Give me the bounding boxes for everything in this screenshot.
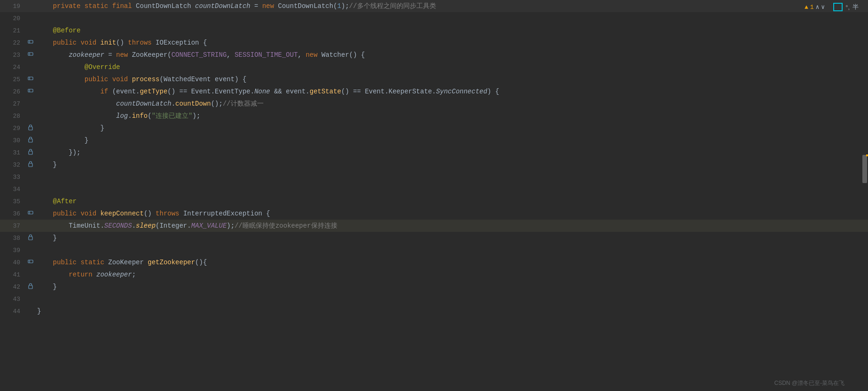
ime-label1: °,	[845, 4, 850, 11]
code-line: 42 }	[0, 281, 868, 293]
line-content	[35, 12, 868, 24]
token-plain	[37, 210, 53, 217]
svg-rect-0	[28, 40, 33, 43]
code-area[interactable]: 19 private static final CountDownLatch c…	[0, 0, 868, 391]
token-ann: @Override	[85, 63, 120, 71]
svg-rect-11	[29, 163, 32, 167]
token-ann: @After	[53, 198, 77, 205]
token-string: "连接已建立"	[152, 112, 193, 120]
token-kw: public	[53, 210, 77, 217]
svg-rect-12	[28, 211, 33, 214]
token-plain	[37, 39, 53, 46]
token-plain: }	[37, 124, 104, 132]
code-line: 39	[0, 244, 868, 256]
svg-rect-2	[28, 53, 33, 55]
warning-badge[interactable]: ▲ 1 ∧ ∨	[805, 3, 825, 11]
token-plain: }	[37, 234, 57, 242]
line-gutter	[26, 87, 35, 96]
token-plain	[128, 76, 132, 83]
token-plain	[37, 100, 116, 107]
token-plain	[37, 2, 53, 10]
line-number: 36	[0, 210, 26, 217]
token-plain: ZooKeeper(	[128, 51, 171, 59]
code-line: 38 }	[0, 232, 868, 244]
token-kw: public	[85, 76, 108, 83]
token-plain: }	[37, 283, 57, 291]
code-line: 23 zookeeper = new ZooKeeper(CONNECT_STR…	[0, 49, 868, 61]
line-content: public void init() throws IOException {	[35, 37, 868, 49]
token-plain: (	[108, 88, 116, 95]
token-plain: (){	[195, 259, 207, 266]
lock-gutter-icon	[28, 234, 33, 242]
token-ann: @Before	[53, 27, 81, 34]
line-content	[35, 171, 868, 183]
token-comment: //计数器减一	[223, 100, 264, 107]
token-plain: () == Event.EventType.	[167, 88, 254, 95]
token-plain: }	[37, 137, 88, 144]
svg-rect-17	[29, 285, 32, 289]
token-plain	[93, 271, 96, 278]
chevron-up-icon[interactable]: ∧	[816, 3, 820, 11]
token-plain: ;	[132, 271, 136, 278]
line-content: public static ZooKeeper getZookeeper(){	[35, 256, 868, 268]
token-comment: //睡眠保持使zookeeper保持连接	[235, 222, 337, 230]
line-content: return zookeeper;	[35, 268, 868, 281]
lock-gutter-icon	[28, 124, 33, 132]
line-gutter	[26, 161, 35, 169]
line-content: zookeeper = new ZooKeeper(CONNECT_STRING…	[35, 49, 868, 61]
line-number: 44	[0, 308, 26, 315]
token-plain: ()	[116, 39, 128, 46]
line-number: 42	[0, 284, 26, 291]
line-number: 35	[0, 198, 26, 205]
svg-rect-15	[28, 260, 33, 263]
token-num: 1	[337, 2, 341, 10]
token-plain: }	[37, 307, 41, 315]
token-var: countDownLatch	[116, 100, 172, 107]
code-line: 36 public void keepConnect() throws Inte…	[0, 207, 868, 220]
lock-gutter-icon	[28, 136, 33, 145]
method-gutter-icon	[27, 51, 34, 59]
scroll-indicator[interactable]	[862, 155, 867, 183]
code-lines: 19 private static final CountDownLatch c…	[0, 0, 868, 391]
line-content	[35, 293, 868, 305]
chevron-down-icon[interactable]: ∨	[821, 3, 825, 11]
line-gutter	[26, 124, 35, 132]
token-kw: public	[53, 259, 77, 266]
token-plain: }	[37, 161, 57, 169]
token-method: getState	[310, 88, 341, 95]
token-kw: public	[53, 39, 77, 46]
token-var: zookeeper	[69, 51, 104, 59]
method-gutter-icon	[27, 38, 34, 47]
line-gutter	[26, 258, 35, 267]
line-content: }	[35, 281, 868, 293]
code-line: 33	[0, 171, 868, 183]
token-plain: ) {	[487, 88, 499, 95]
line-content: }	[35, 122, 868, 134]
code-line: 21 @Before	[0, 24, 868, 37]
line-content: private static final CountDownLatch coun…	[35, 0, 868, 12]
line-gutter	[26, 148, 35, 157]
token-param: event	[286, 88, 305, 95]
token-field: SESSION_TIME_OUT	[235, 51, 297, 59]
line-content: public void keepConnect() throws Interru…	[35, 207, 868, 220]
line-content: @Before	[35, 24, 868, 37]
ime-label2: 半	[852, 3, 859, 11]
token-method: process	[132, 76, 160, 83]
token-plain: (Integer.	[156, 222, 191, 230]
token-plain: );	[227, 222, 235, 230]
token-const: MAX_VALUE	[191, 222, 227, 230]
line-content: log.info("连接已建立");	[35, 110, 868, 122]
token-method: info	[132, 112, 148, 120]
code-line: 26 if (event.getType() == Event.EventTyp…	[0, 85, 868, 98]
token-kw: throws	[128, 39, 151, 46]
code-line: 37 TimeUnit.SECONDS.sleep(Integer.MAX_VA…	[0, 220, 868, 232]
ime-box	[833, 3, 843, 11]
watermark: CSDN @漂冬已至-菜鸟在飞	[774, 379, 845, 387]
token-kw: new	[262, 2, 274, 10]
token-kw: void	[112, 76, 128, 83]
line-content	[35, 183, 868, 195]
token-plain: () == Event.KeeperState.	[341, 88, 436, 95]
line-number: 19	[0, 3, 26, 10]
line-number: 21	[0, 27, 26, 34]
token-plain: .	[128, 112, 132, 120]
